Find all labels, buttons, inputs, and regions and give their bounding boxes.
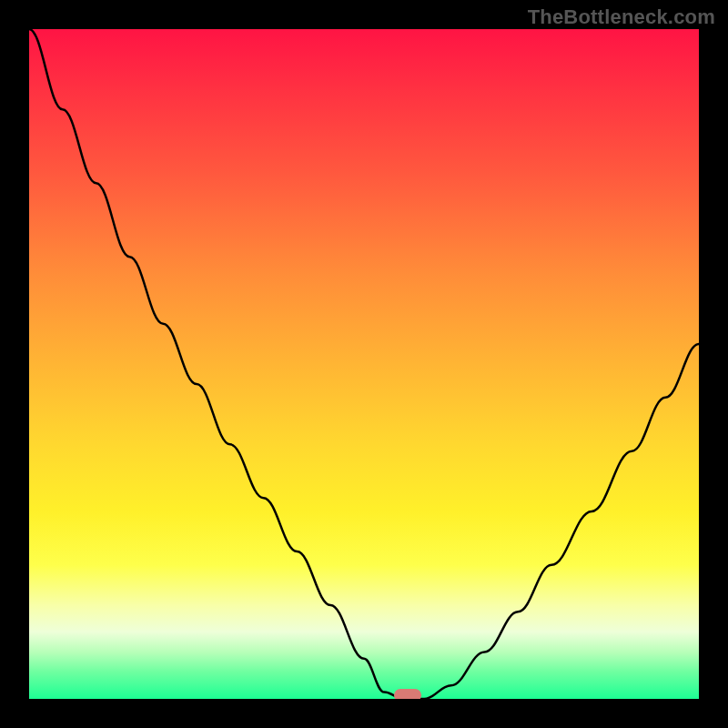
watermark-text: TheBottleneck.com — [528, 5, 715, 29]
chart-frame: TheBottleneck.com — [0, 0, 728, 728]
bottleneck-curve — [29, 29, 699, 699]
curve-path — [29, 29, 699, 699]
minimum-marker — [394, 689, 421, 699]
plot-area — [29, 29, 699, 699]
